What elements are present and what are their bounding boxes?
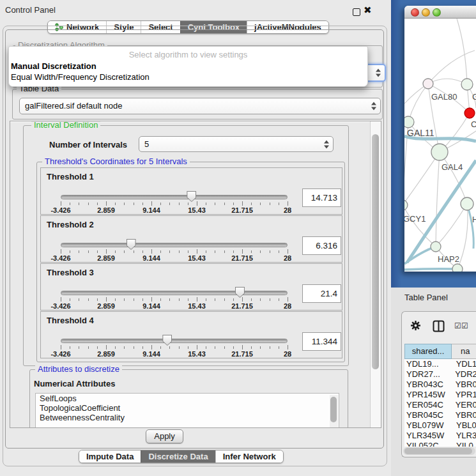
table-row[interactable]: YPR145WYPR1 xyxy=(404,390,476,400)
network-edge[interactable] xyxy=(404,269,457,270)
table-cell[interactable]: YLR3 xyxy=(454,431,476,441)
network-edge[interactable] xyxy=(436,152,440,247)
table-row[interactable]: YDL19...YDL1 xyxy=(404,359,476,369)
table-row[interactable]: YER054CYER0 xyxy=(404,400,476,410)
node-label: H xyxy=(472,215,476,224)
scrollbar-thumb[interactable] xyxy=(404,448,472,454)
table-cell[interactable]: YIL052C xyxy=(404,441,454,447)
vertical-scrollbar[interactable] xyxy=(370,121,381,427)
table-cell[interactable]: YBL0 xyxy=(454,420,476,431)
split-columns-icon[interactable] xyxy=(433,320,445,332)
apply-button[interactable]: Apply xyxy=(146,429,183,443)
column-header-shared-name[interactable]: shared... xyxy=(404,344,452,359)
slider-scale-labels: -3.4262.8599.14415.4321.71528 xyxy=(61,302,288,310)
threshold-slider[interactable]: -3.4262.8599.14415.4321.71528 xyxy=(61,288,288,310)
slider-track[interactable] xyxy=(61,291,288,295)
node-label: GAL4 xyxy=(441,162,463,172)
slider-ticks xyxy=(61,297,288,302)
table-cell[interactable]: YBR0 xyxy=(453,410,476,420)
network-node[interactable] xyxy=(461,79,473,90)
threshold-slider[interactable]: -3.4262.8599.14415.4321.71528 xyxy=(61,336,288,358)
slider-thumb[interactable] xyxy=(235,287,245,298)
network-node[interactable] xyxy=(404,200,408,210)
minimize-traffic-light-icon[interactable] xyxy=(422,8,430,17)
network-node[interactable] xyxy=(464,108,475,118)
slider-thumb[interactable] xyxy=(162,335,172,346)
threshold-slider[interactable]: -3.4262.8599.14415.4321.71528 xyxy=(61,240,288,262)
close-traffic-light-icon[interactable] xyxy=(411,8,419,17)
table-cell[interactable]: YDR27... xyxy=(404,369,452,380)
table-cell[interactable]: YBR045C xyxy=(404,410,453,420)
network-node[interactable] xyxy=(431,144,448,160)
network-node[interactable] xyxy=(461,197,473,210)
scrollbar-thumb[interactable] xyxy=(372,134,379,369)
bottom-tab-strip: Impute Data Discretize Data Infer Networ… xyxy=(79,450,284,463)
table-row[interactable]: YDR27...YDR2 xyxy=(404,369,476,380)
gear-icon[interactable] xyxy=(410,320,421,331)
slider-scale-labels: -3.4262.8599.14415.4321.71528 xyxy=(61,350,288,358)
table-row[interactable]: YLR345WYLR3 xyxy=(404,431,476,441)
tab-discretize-data[interactable]: Discretize Data xyxy=(141,450,215,463)
threshold-label: Threshold 2 xyxy=(47,220,94,229)
table-row[interactable]: YBR045CYBR0 xyxy=(404,410,476,420)
list-item[interactable]: BetweennessCentrality xyxy=(36,413,339,422)
table-cell[interactable]: YPR1 xyxy=(453,390,476,400)
table-cell[interactable]: YER054C xyxy=(404,400,453,410)
network-edge[interactable] xyxy=(404,152,440,205)
slider-track[interactable] xyxy=(61,195,288,199)
horizontal-scrollbar[interactable] xyxy=(403,447,475,455)
table-cell[interactable]: YBL079W xyxy=(404,420,454,431)
zoom-traffic-light-icon[interactable] xyxy=(433,8,441,17)
column-header-name[interactable]: na xyxy=(452,344,476,359)
list-item[interactable]: SelfLoops xyxy=(36,394,339,403)
table-cell[interactable]: YBR0 xyxy=(453,380,476,390)
slider-track[interactable] xyxy=(61,339,288,343)
popup-option-equal-width-frequency[interactable]: Equal Width/Frequency Discretization xyxy=(9,72,367,82)
table-cell[interactable]: YPR145W xyxy=(404,390,453,400)
checkbox-icon[interactable]: ☑ xyxy=(461,321,468,330)
network-edge[interactable] xyxy=(407,160,476,263)
combo-value: 5 xyxy=(144,139,149,149)
network-node[interactable] xyxy=(431,242,441,252)
window-titlebar[interactable] xyxy=(404,6,476,19)
close-icon[interactable]: ✖ xyxy=(364,4,372,16)
number-of-intervals-label: Number of Intervals xyxy=(49,140,127,150)
tab-infer-network[interactable]: Infer Network xyxy=(215,450,283,463)
network-node[interactable] xyxy=(452,264,463,272)
table-data-combobox[interactable]: galFiltered.sif default node xyxy=(19,98,381,114)
slider-track[interactable] xyxy=(61,243,288,247)
network-edge[interactable] xyxy=(408,84,428,122)
network-view-window[interactable]: GAL80GCGAL11GAL4GCY1HHAP2 xyxy=(404,6,476,272)
float-panel-icon[interactable] xyxy=(353,8,360,16)
table-cell[interactable]: YDL19... xyxy=(404,359,454,369)
table-cell[interactable]: YLR345W xyxy=(404,431,454,441)
table-cell[interactable]: YDL1 xyxy=(454,359,476,369)
tab-label: Impute Data xyxy=(86,450,134,463)
scrollbar-thumb[interactable] xyxy=(330,397,337,422)
number-of-intervals-combobox[interactable]: 5 xyxy=(139,136,334,152)
table-row[interactable]: YBR043CYBR0 xyxy=(404,380,476,390)
tab-impute-data[interactable]: Impute Data xyxy=(79,450,141,463)
network-node[interactable] xyxy=(423,79,433,89)
threshold-value-field[interactable]: 11.344 xyxy=(302,332,341,351)
combo-arrows-icon xyxy=(376,69,381,77)
table-cell[interactable]: YIL0 xyxy=(454,441,473,447)
table-cell[interactable]: YER0 xyxy=(453,400,476,410)
popup-option-manual-discretization[interactable]: Manual Discretization xyxy=(9,61,367,72)
threshold-value-field[interactable]: 21.4 xyxy=(302,284,341,303)
network-edge[interactable] xyxy=(457,19,467,84)
list-item[interactable]: TopologicalCoefficient xyxy=(36,403,339,413)
slider-thumb[interactable] xyxy=(127,239,136,250)
checkbox-icon[interactable]: ☑ xyxy=(454,321,461,330)
slider-thumb[interactable] xyxy=(187,191,196,202)
table-cell[interactable]: YDR2 xyxy=(452,369,476,380)
threshold-value-field[interactable]: 6.316 xyxy=(302,236,341,255)
threshold-slider[interactable]: -3.4262.8599.14415.4321.71528 xyxy=(61,192,288,214)
table-cell[interactable]: YBR043C xyxy=(404,380,453,390)
network-node[interactable] xyxy=(404,116,414,128)
network-canvas-svg[interactable]: GAL80GCGAL11GAL4GCY1HHAP2 xyxy=(404,19,476,272)
table-row[interactable]: YIL052CYIL0 xyxy=(404,441,476,447)
list-scrollbar[interactable] xyxy=(330,395,338,428)
table-row[interactable]: YBL079WYBL0 xyxy=(404,420,476,431)
threshold-value-field[interactable]: 14.713 xyxy=(302,188,341,207)
